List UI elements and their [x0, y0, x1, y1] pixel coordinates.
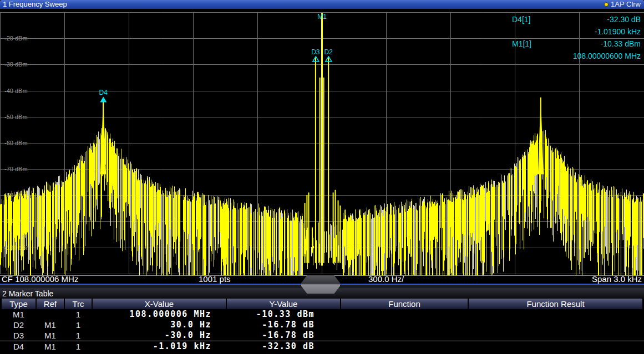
cell-x-value: -1.019 kHz: [93, 341, 211, 352]
cell-type: M1: [2, 309, 36, 320]
column-header-ref: Ref: [37, 299, 64, 309]
hz-per-division-setting[interactable]: 300.0 Hz/: [368, 275, 404, 283]
marker-table-header: Type Ref Trc X-Value Y-Value Function Fu…: [0, 299, 644, 309]
cell-ref: M1: [37, 341, 64, 352]
marker-label: D2: [324, 49, 332, 55]
cell-y-value: -10.33 dBm: [227, 309, 315, 320]
cell-trc: 1: [65, 341, 92, 352]
readout-row[interactable]: M1[1] -10.33 dBm: [499, 39, 641, 52]
trace-active-dot-icon: [604, 2, 608, 7]
trace-indicator-label: 1AP Clrw: [611, 0, 641, 9]
readout-row[interactable]: 108.00000600 MHz: [499, 52, 641, 64]
marker-D3[interactable]: D3: [311, 49, 320, 62]
frequency-sweep-window: 1 Frequency Sweep 1AP Clrw -20 dBm -30 d…: [0, 0, 644, 285]
column-header-type: Type: [2, 299, 36, 309]
cell-x-value: -30.0 Hz: [93, 330, 211, 341]
readout-row[interactable]: D4[1] -32.30 dB: [499, 15, 641, 27]
marker-table-row[interactable]: D3 M1 1 -30.0 Hz -16.78 dB: [0, 330, 644, 341]
cell-y-value: -16.78 dB: [227, 320, 315, 330]
marker-D4[interactable]: D4: [99, 89, 107, 102]
marker-label: D4: [99, 89, 107, 96]
cell-ref: M1: [37, 320, 64, 330]
marker-D2[interactable]: D2: [324, 49, 332, 62]
readout-marker-name: [499, 52, 512, 64]
span-setting[interactable]: Span 3.0 kHz: [592, 275, 642, 283]
marker-table-window: 2 Marker Table Type Ref Trc X-Value Y-Va…: [0, 289, 644, 354]
frequency-sweep-titlebar[interactable]: 1 Frequency Sweep 1AP Clrw: [0, 0, 644, 9]
spectrum-display: -20 dBm -30 dBm -40 dBm -50 dBm -60 dBm …: [0, 9, 644, 275]
delta-marker-outline-triangle-icon: [312, 56, 320, 62]
marker-table-row[interactable]: M1 1 108.000006 MHz -10.33 dBm: [0, 309, 644, 320]
readout-marker-name: D4[1]: [499, 15, 530, 27]
cell-type: D3: [2, 330, 36, 341]
cell-x-value: 30.0 Hz: [93, 320, 211, 330]
window-title: 2 Marker Table: [2, 289, 53, 299]
cell-type: D4: [2, 341, 36, 352]
readout-value: -1.01900 kHz: [595, 27, 641, 39]
sweep-points-setting[interactable]: 1001 pts: [199, 275, 231, 283]
cell-ref: M1: [37, 330, 64, 341]
readout-value: -32.30 dB: [607, 15, 641, 27]
readout-value: 108.00000600 MHz: [573, 52, 641, 64]
cell-trc: 1: [65, 320, 92, 330]
trace-indicator[interactable]: 1AP Clrw: [604, 0, 641, 9]
instrument-screen: 1 Frequency Sweep 1AP Clrw -20 dBm -30 d…: [0, 0, 644, 354]
window-title: 1 Frequency Sweep: [3, 0, 67, 9]
cell-x-value: 108.000006 MHz: [93, 309, 211, 320]
readout-value: -10.33 dBm: [601, 39, 641, 52]
cell-type: D2: [2, 320, 36, 330]
readout-marker-name: M1[1]: [499, 39, 531, 52]
window-splitter-handle[interactable]: [301, 275, 340, 294]
marker-label: D3: [311, 49, 320, 55]
column-header-trc: Trc: [65, 299, 92, 309]
cell-y-value: -16.78 dB: [227, 330, 315, 341]
marker-label: M1: [317, 13, 327, 20]
marker-readout-panel: D4[1] -32.30 dB -1.01900 kHz M1[1] -10.3…: [499, 15, 641, 64]
readout-marker-name: [499, 27, 512, 39]
delta-marker-filled-triangle-icon: [99, 96, 107, 102]
center-frequency-setting[interactable]: CF 108.000006 MHz: [2, 275, 78, 283]
cell-trc: 1: [65, 309, 92, 320]
cell-trc: 1: [65, 330, 92, 341]
cell-y-value: -32.30 dB: [227, 341, 315, 352]
column-header-function: Function: [341, 299, 468, 309]
readout-row[interactable]: -1.01900 kHz: [499, 27, 641, 39]
column-header-x-value: X-Value: [93, 299, 226, 309]
delta-marker-outline-triangle-icon: [324, 56, 332, 62]
marker-M1[interactable]: M1: [317, 13, 327, 20]
column-header-function-result: Function Result: [469, 299, 642, 309]
marker-table-row[interactable]: D2 M1 1 30.0 Hz -16.78 dB: [0, 320, 644, 330]
marker-table-row[interactable]: D4 M1 1 -1.019 kHz -32.30 dB: [0, 341, 644, 352]
column-header-y-value: Y-Value: [227, 299, 340, 309]
